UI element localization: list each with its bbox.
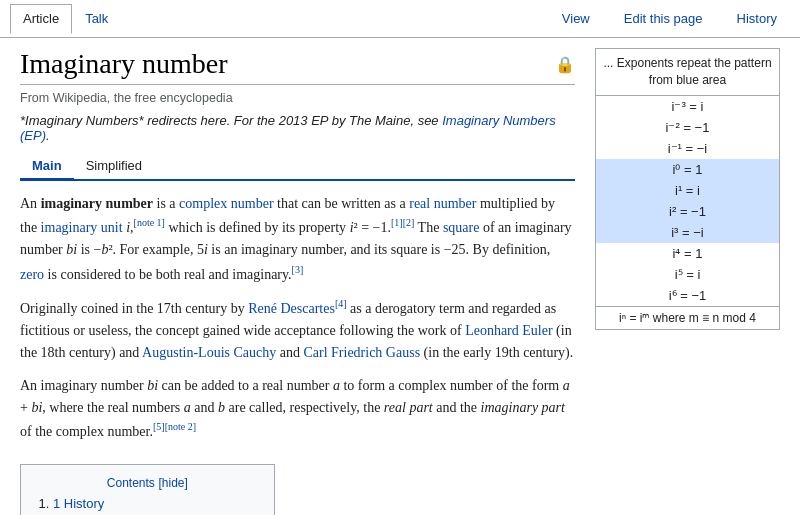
- content-tabs: Main Simplified: [20, 153, 575, 181]
- article-para2: Originally coined in the 17th century by…: [20, 296, 575, 365]
- table-row: i² = −1: [596, 201, 780, 222]
- lock-icon: 🔒: [555, 55, 575, 74]
- sidebar-footer-row: iⁿ = iᵐ where m ≡ n mod 4: [596, 306, 780, 329]
- toc-hide[interactable]: [hide]: [158, 476, 187, 490]
- table-row: i⁵ = i: [596, 264, 780, 285]
- link-gauss[interactable]: Carl Friedrich Gauss: [303, 345, 420, 360]
- exponent-table: ... Exponents repeat the pattern from bl…: [595, 48, 780, 330]
- article-para1: An imaginary number is a complex number …: [20, 193, 575, 286]
- link-euler[interactable]: Leonhard Euler: [465, 323, 552, 338]
- sidebar: ... Exponents repeat the pattern from bl…: [595, 48, 780, 515]
- table-row: i³ = −i: [596, 222, 780, 243]
- tab-simplified[interactable]: Simplified: [74, 153, 154, 179]
- tab-article[interactable]: Article: [10, 4, 72, 34]
- page-title: Imaginary number 🔒: [20, 48, 575, 85]
- tab-main[interactable]: Main: [20, 153, 74, 181]
- ref-note1[interactable]: [note 1]: [134, 217, 165, 228]
- link-square[interactable]: square: [443, 220, 480, 235]
- table-row: i⁶ = −1: [596, 285, 780, 307]
- toc-list: 1 History 2 Geometric interpretation 3 S…: [35, 496, 260, 515]
- link-complex-number[interactable]: complex number: [179, 196, 273, 211]
- link-descartes[interactable]: René Descartes: [248, 301, 335, 316]
- ref-5[interactable]: [5]: [153, 421, 165, 432]
- tab-talk[interactable]: Talk: [72, 4, 121, 33]
- from-wiki: From Wikipedia, the free encyclopedia: [20, 91, 575, 105]
- table-row: i¹ = i: [596, 180, 780, 201]
- toc-link-1[interactable]: 1 History: [53, 496, 104, 511]
- bold-imaginary: imaginary number: [41, 196, 153, 211]
- link-zero[interactable]: zero: [20, 266, 44, 281]
- link-real-number[interactable]: real number: [409, 196, 476, 211]
- article-para3: An imaginary number bi can be added to a…: [20, 375, 575, 444]
- toc-title: Contents [hide]: [35, 475, 260, 490]
- tab-view[interactable]: View: [549, 4, 603, 33]
- ref-2[interactable]: [2]: [403, 217, 415, 228]
- left-tabs: Article Talk: [10, 4, 121, 33]
- table-of-contents: Contents [hide] 1 History 2 Geometric in…: [20, 464, 275, 515]
- table-row: i⁰ = 1: [596, 159, 780, 180]
- table-row: i⁴ = 1: [596, 243, 780, 264]
- link-cauchy[interactable]: Augustin-Louis Cauchy: [142, 345, 276, 360]
- ref-note2[interactable]: [note 2]: [165, 421, 196, 432]
- content-area: Imaginary number 🔒 From Wikipedia, the f…: [0, 38, 800, 515]
- ref-1[interactable]: [1]: [391, 217, 403, 228]
- tab-history[interactable]: History: [724, 4, 790, 33]
- ref-3[interactable]: [3]: [292, 264, 304, 275]
- redirect-notice: *Imaginary Numbers* redirects here. For …: [20, 113, 575, 143]
- tab-edit[interactable]: Edit this page: [611, 4, 716, 33]
- sidebar-footer: iⁿ = iᵐ where m ≡ n mod 4: [596, 306, 780, 329]
- ref-4[interactable]: [4]: [335, 298, 347, 309]
- link-imaginary-unit[interactable]: imaginary unit: [41, 220, 123, 235]
- right-tabs: View Edit this page History: [549, 4, 790, 33]
- sidebar-header: ... Exponents repeat the pattern from bl…: [596, 49, 780, 96]
- table-row: i⁻³ = i: [596, 95, 780, 117]
- table-row: i⁻² = −1: [596, 117, 780, 138]
- main-content: Imaginary number 🔒 From Wikipedia, the f…: [20, 48, 575, 515]
- list-item: 1 History: [53, 496, 260, 511]
- top-bar: Article Talk View Edit this page History: [0, 0, 800, 38]
- table-row: i⁻¹ = −i: [596, 138, 780, 159]
